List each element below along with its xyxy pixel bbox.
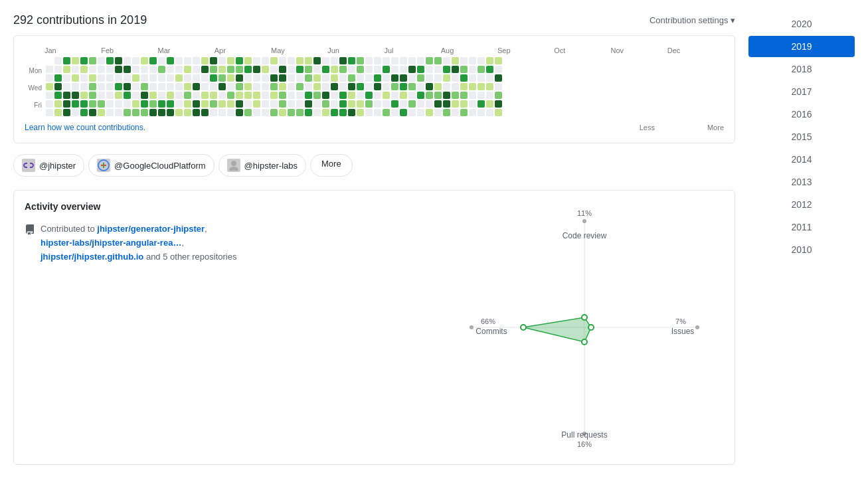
day-cell[interactable] bbox=[175, 100, 183, 108]
day-cell[interactable] bbox=[236, 109, 243, 116]
day-cell[interactable] bbox=[357, 83, 364, 90]
day-cell[interactable] bbox=[305, 109, 312, 116]
day-cell[interactable] bbox=[167, 100, 174, 108]
day-cell[interactable] bbox=[236, 74, 243, 82]
day-cell[interactable] bbox=[236, 100, 243, 108]
day-cell[interactable] bbox=[54, 83, 62, 90]
day-cell[interactable] bbox=[469, 57, 476, 64]
day-cell[interactable] bbox=[262, 100, 269, 108]
day-cell[interactable] bbox=[106, 66, 114, 73]
day-cell[interactable] bbox=[210, 66, 217, 73]
day-cell[interactable] bbox=[270, 109, 278, 116]
day-cell[interactable] bbox=[383, 83, 390, 90]
day-cell[interactable] bbox=[201, 109, 209, 116]
day-cell[interactable] bbox=[184, 92, 191, 99]
day-cell[interactable] bbox=[227, 74, 234, 82]
day-cell[interactable] bbox=[348, 92, 355, 99]
day-cell[interactable] bbox=[124, 92, 131, 99]
day-cell[interactable] bbox=[80, 100, 88, 108]
day-cell[interactable] bbox=[72, 100, 79, 108]
day-cell[interactable] bbox=[193, 109, 200, 116]
day-cell[interactable] bbox=[426, 83, 433, 90]
day-cell[interactable] bbox=[486, 83, 493, 90]
day-cell[interactable] bbox=[443, 57, 450, 64]
day-cell[interactable] bbox=[417, 66, 424, 73]
day-cell[interactable] bbox=[253, 83, 260, 90]
day-cell[interactable] bbox=[288, 57, 295, 64]
day-cell[interactable] bbox=[331, 92, 338, 99]
day-cell[interactable] bbox=[167, 92, 174, 99]
day-cell[interactable] bbox=[106, 83, 114, 90]
day-cell[interactable] bbox=[305, 100, 312, 108]
day-cell[interactable] bbox=[63, 109, 70, 116]
day-cell[interactable] bbox=[469, 83, 476, 90]
day-cell[interactable] bbox=[331, 83, 338, 90]
day-cell[interactable] bbox=[391, 83, 398, 90]
day-cell[interactable] bbox=[495, 74, 502, 82]
day-cell[interactable] bbox=[296, 109, 304, 116]
day-cell[interactable] bbox=[132, 74, 139, 82]
day-cell[interactable] bbox=[391, 100, 398, 108]
day-cell[interactable] bbox=[331, 57, 338, 64]
day-cell[interactable] bbox=[339, 74, 347, 82]
day-cell[interactable] bbox=[443, 109, 450, 116]
day-cell[interactable] bbox=[279, 109, 286, 116]
day-cell[interactable] bbox=[443, 66, 450, 73]
sidebar-year-2010[interactable]: 2010 bbox=[748, 239, 855, 260]
day-cell[interactable] bbox=[408, 57, 416, 64]
day-cell[interactable] bbox=[149, 109, 157, 116]
day-cell[interactable] bbox=[244, 74, 252, 82]
day-cell[interactable] bbox=[348, 83, 355, 90]
day-cell[interactable] bbox=[426, 57, 433, 64]
day-cell[interactable] bbox=[218, 66, 226, 73]
day-cell[interactable] bbox=[296, 83, 304, 90]
day-cell[interactable] bbox=[357, 109, 364, 116]
day-cell[interactable] bbox=[296, 92, 304, 99]
day-cell[interactable] bbox=[452, 66, 459, 73]
day-cell[interactable] bbox=[218, 57, 226, 64]
day-cell[interactable] bbox=[80, 74, 88, 82]
day-cell[interactable] bbox=[408, 66, 416, 73]
day-cell[interactable] bbox=[322, 66, 329, 73]
day-cell[interactable] bbox=[184, 109, 191, 116]
day-cell[interactable] bbox=[89, 57, 96, 64]
day-cell[interactable] bbox=[46, 100, 53, 108]
day-cell[interactable] bbox=[296, 66, 304, 73]
day-cell[interactable] bbox=[106, 109, 114, 116]
day-cell[interactable] bbox=[348, 66, 355, 73]
day-cell[interactable] bbox=[89, 66, 96, 73]
day-cell[interactable] bbox=[210, 100, 217, 108]
day-cell[interactable] bbox=[322, 109, 329, 116]
sidebar-year-2019[interactable]: 2019 bbox=[748, 36, 855, 57]
day-cell[interactable] bbox=[227, 92, 234, 99]
day-cell[interactable] bbox=[158, 57, 165, 64]
day-cell[interactable] bbox=[201, 66, 209, 73]
day-cell[interactable] bbox=[149, 66, 157, 73]
day-cell[interactable] bbox=[124, 74, 131, 82]
day-cell[interactable] bbox=[210, 92, 217, 99]
day-cell[interactable] bbox=[391, 57, 398, 64]
day-cell[interactable] bbox=[391, 92, 398, 99]
day-cell[interactable] bbox=[63, 83, 70, 90]
day-cell[interactable] bbox=[236, 57, 243, 64]
day-cell[interactable] bbox=[46, 109, 53, 116]
day-cell[interactable] bbox=[270, 92, 278, 99]
day-cell[interactable] bbox=[124, 83, 131, 90]
day-cell[interactable] bbox=[426, 109, 433, 116]
day-cell[interactable] bbox=[54, 109, 62, 116]
day-cell[interactable] bbox=[106, 100, 114, 108]
day-cell[interactable] bbox=[331, 66, 338, 73]
day-cell[interactable] bbox=[279, 74, 286, 82]
day-cell[interactable] bbox=[253, 57, 260, 64]
day-cell[interactable] bbox=[374, 57, 381, 64]
day-cell[interactable] bbox=[383, 74, 390, 82]
day-cell[interactable] bbox=[132, 57, 139, 64]
day-cell[interactable] bbox=[270, 100, 278, 108]
day-cell[interactable] bbox=[193, 92, 200, 99]
day-cell[interactable] bbox=[357, 74, 364, 82]
day-cell[interactable] bbox=[486, 66, 493, 73]
day-cell[interactable] bbox=[434, 74, 442, 82]
day-cell[interactable] bbox=[374, 109, 381, 116]
day-cell[interactable] bbox=[279, 57, 286, 64]
day-cell[interactable] bbox=[46, 92, 53, 99]
